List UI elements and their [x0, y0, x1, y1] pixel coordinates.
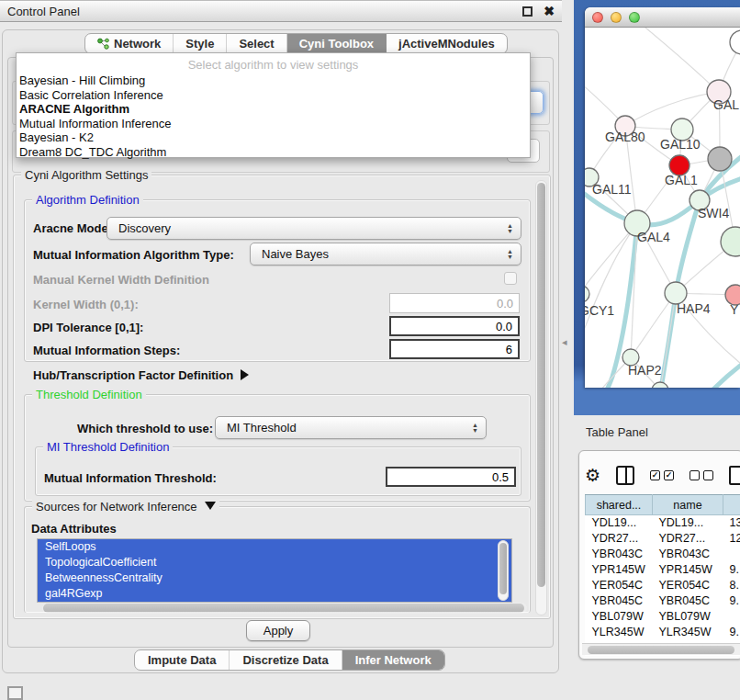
- panel-divider-collapse-icon[interactable]: ◂: [562, 336, 567, 348]
- table-cell[interactable]: YDL19...: [653, 515, 723, 531]
- mi-steps-field[interactable]: [389, 339, 520, 359]
- algorithm-option[interactable]: Bayesian - Hill Climbing: [17, 73, 530, 88]
- float-panel-icon[interactable]: [522, 6, 533, 17]
- network-view-window: GALGAL80GAL10GAL1GAL11SWI4GAL4GCY1HAP4YH…: [585, 7, 740, 388]
- select-all-columns-icon[interactable]: ✓✓: [650, 470, 674, 480]
- window-zoom-icon[interactable]: [629, 12, 640, 23]
- table-cell[interactable]: YLR345W: [653, 625, 723, 640]
- algorithm-option[interactable]: Basic Correlation Inference: [17, 88, 530, 103]
- table-horizontal-scrollbar[interactable]: [582, 643, 740, 655]
- cyni-algorithm-settings-title: Cyni Algorithm Settings: [21, 168, 151, 182]
- table-cell[interactable]: YBR043C: [653, 547, 723, 562]
- algorithm-option[interactable]: Mutual Information Inference: [17, 117, 530, 131]
- deselect-all-columns-icon[interactable]: [690, 470, 713, 480]
- settings-vertical-scrollbar-thumb[interactable]: [537, 183, 545, 587]
- mi-algorithm-type-combo[interactable]: Naive Bayes ▲▼: [250, 243, 521, 265]
- table-row[interactable]: YER054CYER054C8.: [586, 578, 740, 593]
- table-settings-gear-icon[interactable]: ⚙: [585, 467, 600, 484]
- mi-threshold-field[interactable]: [386, 467, 516, 487]
- window-close-icon[interactable]: [592, 12, 603, 23]
- column-layout-icon[interactable]: [616, 466, 634, 485]
- tab-network[interactable]: Network: [85, 34, 174, 53]
- algorithm-dropdown-prompt: Select algorithm to view settings: [17, 56, 530, 73]
- tab-jactivemnodules[interactable]: jActiveMNodules: [387, 34, 507, 53]
- tab-style[interactable]: Style: [174, 34, 227, 53]
- collapsed-panel-icon[interactable]: [7, 686, 23, 700]
- table-cell[interactable]: YPR145W: [586, 562, 653, 578]
- table-cell[interactable]: YBR045C: [586, 593, 653, 609]
- table-cell[interactable]: YLR345W: [586, 625, 653, 640]
- table-cell[interactable]: YBL079W: [653, 609, 723, 625]
- table-cell[interactable]: YER054C: [653, 578, 723, 593]
- table-row[interactable]: YBR045CYBR045C9.: [586, 593, 740, 609]
- network-node-label: GAL80: [605, 130, 645, 144]
- table-cell[interactable]: YBL079W: [586, 609, 653, 625]
- column-header-name[interactable]: name: [653, 495, 723, 515]
- dpi-tolerance-field[interactable]: [389, 316, 520, 336]
- table-row[interactable]: YDL19...YDL19...13: [586, 515, 740, 531]
- close-panel-icon[interactable]: ✖: [544, 6, 555, 17]
- table-row[interactable]: YBL079WYBL079W: [586, 609, 740, 625]
- network-node-gcy1[interactable]: [585, 286, 589, 302]
- network-window-titlebar: [585, 7, 740, 28]
- network-canvas[interactable]: GALGAL80GAL10GAL1GAL11SWI4GAL4GCY1HAP4YH…: [585, 28, 740, 388]
- table-cell[interactable]: 9.: [723, 625, 740, 640]
- table-cell[interactable]: YDR27...: [586, 531, 653, 547]
- algorithm-option[interactable]: Dream8 DC_TDC Algorithm: [17, 145, 530, 160]
- data-attribute-item[interactable]: BetweennessCentrality: [38, 570, 511, 586]
- tab-discretize-data[interactable]: Discretize Data: [230, 650, 342, 670]
- table-cell[interactable]: YPR145W: [653, 562, 723, 578]
- tab-select[interactable]: Select: [227, 34, 286, 53]
- table-row[interactable]: YPR145WYPR145W9.: [586, 562, 740, 578]
- table-cell[interactable]: 13: [723, 515, 740, 531]
- window-minimize-icon[interactable]: [611, 12, 622, 23]
- expand-right-icon: [241, 369, 249, 380]
- table-cell[interactable]: 9.: [723, 593, 740, 609]
- tab-impute-data[interactable]: Impute Data: [135, 650, 230, 670]
- table-panel-toolbar: ⚙ ✓✓: [585, 461, 740, 489]
- tab-cyni-toolbox[interactable]: Cyni Toolbox: [287, 34, 387, 53]
- column-header-cut[interactable]: [723, 495, 740, 515]
- table-horizontal-scrollbar-thumb[interactable]: [588, 646, 734, 654]
- table-cell[interactable]: YBR045C: [653, 593, 723, 609]
- data-attribute-item[interactable]: gal4RGexp: [38, 586, 511, 602]
- attributes-list-scrollbar[interactable]: [498, 540, 509, 601]
- mi-algorithm-type-label: Mutual Information Algorithm Type:: [33, 248, 234, 262]
- table-cell[interactable]: 9.: [723, 562, 740, 578]
- algorithm-option[interactable]: ARACNE Algorithm: [17, 102, 530, 117]
- column-header-shared-name[interactable]: shared...: [586, 495, 653, 515]
- table-row[interactable]: YLR345WYLR345W9.: [586, 625, 740, 640]
- hub-definition-toggle[interactable]: Hub/Transcription Factor Definition: [33, 368, 249, 382]
- which-threshold-combo[interactable]: MI Threshold ▲▼: [215, 416, 487, 439]
- table-cell[interactable]: [723, 547, 740, 562]
- settings-vertical-scrollbar[interactable]: [535, 180, 547, 615]
- table-cell[interactable]: YER054C: [586, 578, 653, 593]
- data-attribute-item[interactable]: TopologicalCoefficient: [38, 555, 511, 570]
- algorithm-option[interactable]: Bayesian - K2: [17, 130, 530, 145]
- network-node[interactable]: [708, 147, 732, 171]
- tab-infer-network[interactable]: Infer Network: [342, 650, 444, 670]
- table-header-row[interactable]: shared... name: [586, 495, 740, 515]
- table-cell[interactable]: YDR27...: [653, 531, 723, 547]
- data-attribute-item[interactable]: SelfLoops: [38, 539, 511, 555]
- manual-kernel-width-checkbox[interactable]: [504, 272, 517, 285]
- table-cell[interactable]: 8.: [723, 578, 740, 593]
- table-cell[interactable]: YDL19...: [586, 515, 653, 531]
- kernel-width-field[interactable]: [389, 293, 520, 313]
- table-cell[interactable]: [723, 609, 740, 625]
- table-row[interactable]: YDR27...YDR27...12: [586, 531, 740, 547]
- aracne-mode-combo[interactable]: Discovery ▲▼: [107, 217, 521, 240]
- attributes-list-scrollbar-thumb[interactable]: [499, 543, 507, 594]
- sources-group-title[interactable]: Sources for Network Inference: [32, 500, 219, 514]
- dpi-tolerance-label: DPI Tolerance [0,1]:: [33, 321, 143, 334]
- table-cell[interactable]: YBR043C: [586, 547, 653, 562]
- network-node-label: GAL4: [637, 230, 670, 244]
- combo-stepper-icon: ▲▼: [507, 223, 513, 234]
- table-cell[interactable]: 12: [723, 531, 740, 547]
- export-table-icon[interactable]: [729, 466, 740, 485]
- apply-button[interactable]: Apply: [246, 620, 310, 641]
- table-row[interactable]: YBR043CYBR043C: [586, 547, 740, 562]
- network-node-label: GAL1: [665, 173, 698, 187]
- network-node[interactable]: [730, 30, 740, 54]
- network-node-label: GAL10: [660, 137, 701, 152]
